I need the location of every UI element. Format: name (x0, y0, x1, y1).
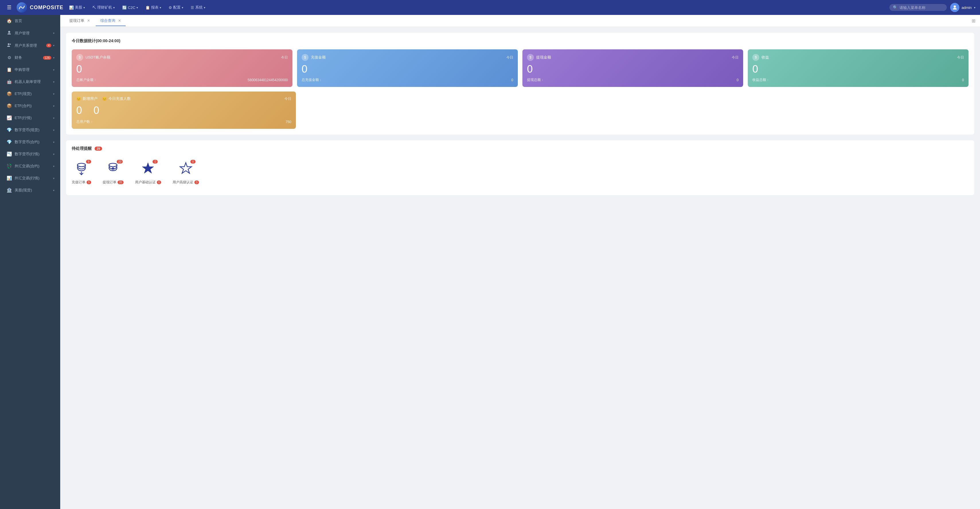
pending-item-basic-auth[interactable]: 0 用户基础认证 0 (135, 161, 161, 185)
search-input[interactable] (899, 5, 942, 10)
sidebar-chevron-8: ▾ (53, 116, 54, 120)
crypto-market-icon: 📉 (6, 152, 12, 157)
pending-item-withdraw[interactable]: 20 提现订单 20 (103, 161, 124, 185)
finance-icon: ⚙ (6, 55, 12, 60)
basic-auth-badge: 0 (153, 160, 158, 164)
nav-item-reports[interactable]: 📋 报表 ▾ (142, 3, 165, 12)
stat-card-date-withdraw: 今日 (732, 55, 738, 60)
sidebar-item-crypto-contract[interactable]: 💎 数字货币(合约) ▾ (0, 136, 60, 148)
tab-close-withdraw[interactable]: ✕ (87, 19, 90, 23)
forex-contract-icon: 💱 (6, 164, 12, 169)
stat-card-income: $ 收益 今日 0 收益总额： 0 (748, 49, 969, 87)
user-card-date: 今日 (285, 96, 291, 101)
nav-label-config: 配置 (173, 5, 181, 10)
tabs-expand-icon[interactable]: ⊞ (972, 18, 975, 23)
total-users-label: 总用户数： (76, 120, 94, 124)
sidebar-label-user-mgmt: 用户管理 (14, 31, 30, 36)
total-users-value: 750 (286, 120, 291, 124)
nav-item-config[interactable]: ⚙ 配置 ▾ (165, 3, 187, 12)
sidebar: 🏠 首页 用户管理 ▾ 用户关系管理 4 ▾ (0, 15, 60, 509)
user-icon (6, 30, 12, 36)
sidebar-item-left-11: 💎 数字货币(合约) (6, 139, 40, 145)
pending-total-badge: 29 (95, 147, 102, 151)
stat-card-title-usdt: USDT账户余额 (86, 55, 110, 60)
sidebar-chevron-11: ▾ (53, 153, 54, 156)
sidebar-item-etf-contract[interactable]: 📦 ETF(合约) ▾ (0, 100, 60, 112)
crypto-spot-icon: 💎 (6, 128, 12, 132)
recharge-count-title: 😊 今日充值人数 (102, 96, 131, 101)
nav-item-mining[interactable]: ⛏ 理财矿机 ▾ (89, 3, 118, 12)
stat-card-title-row-withdraw: $ 提现金额 (527, 54, 551, 61)
sidebar-chevron-2: ▾ (53, 44, 54, 47)
user-chevron-icon: ▾ (974, 6, 975, 9)
sidebar-chevron-9: ▾ (53, 129, 54, 132)
sidebar-item-subscription[interactable]: 📋 申购管理 ▾ (0, 64, 60, 76)
pending-title: 待处理提醒 (72, 146, 92, 151)
sidebar-item-left-14: 📊 外汇交易(行情) (6, 176, 40, 181)
nav-item-c2c[interactable]: 🔄 C2C ▾ (119, 4, 142, 11)
svg-point-3 (10, 44, 11, 45)
recharge-count-label: 今日充值人数 (108, 96, 131, 101)
us-spot-icon: 🏦 (6, 188, 12, 193)
sidebar-item-crypto-market[interactable]: 📉 数字货币(行情) ▾ (0, 148, 60, 160)
sidebar-item-etf-spot[interactable]: 📦 ETF(现货) ▾ (0, 88, 60, 100)
sidebar-item-forex-contract[interactable]: 💱 外汇交易(合约) ▾ (0, 160, 60, 172)
sidebar-label-crypto-contract: 数字货币(合约) (14, 139, 40, 145)
nav-item-system[interactable]: ☰ 系统 ▾ (187, 3, 209, 12)
stat-footer-value-recharge: 0 (511, 78, 513, 82)
svg-point-2 (8, 43, 10, 45)
tab-close-comprehensive[interactable]: ✕ (118, 19, 121, 23)
app-name: COMPOSITE (30, 5, 64, 11)
chevron-icon-6: ▾ (204, 6, 205, 9)
c2c-icon: 🔄 (122, 5, 127, 10)
content-area: 提现订单 ✕ 综合查询 ✕ ⊞ 今日数据统计(00:00-24:00) (60, 15, 980, 509)
pending-label-text-advanced-auth: 用户高级认证 (173, 180, 193, 185)
pending-item-advanced-auth[interactable]: 0 用户高级认证 0 (173, 161, 199, 185)
sidebar-item-crypto-spot[interactable]: 💎 数字货币(现货) ▾ (0, 124, 60, 136)
sidebar-item-forex-market[interactable]: 📊 外汇交易(行情) ▾ (0, 172, 60, 184)
sidebar-label-crypto-market: 数字货币(行情) (14, 152, 40, 157)
pending-label-text-recharge: 充值订单 (72, 180, 86, 185)
pending-label-badge-basic-auth: 0 (157, 180, 161, 184)
stat-card-title-withdraw: 提现金额 (536, 55, 551, 60)
chevron-icon-4: ▾ (160, 6, 161, 9)
sidebar-item-right-2: 126 ▾ (43, 56, 54, 60)
sidebar-chevron-10: ▾ (53, 140, 54, 144)
stat-card-footer-income: 收益总额： 0 (752, 77, 964, 82)
search-box[interactable]: 🔍 (889, 4, 947, 11)
user-area[interactable]: admin ▾ (950, 3, 975, 12)
nav-item-stocks[interactable]: 📊 美股 ▾ (66, 3, 88, 12)
sidebar-item-robot[interactable]: 🤖 机器人刷单管理 ▾ (0, 76, 60, 88)
stat-card-title-row-recharge: $ 充值金额 (302, 54, 326, 61)
sidebar-label-forex-market: 外汇交易(行情) (14, 176, 40, 181)
stat-card-title-row-income: $ 收益 (752, 54, 769, 61)
stats-title: 今日数据统计(00:00-24:00) (72, 38, 969, 44)
sidebar-item-user-mgmt[interactable]: 用户管理 ▾ (0, 27, 60, 39)
empty-space (296, 91, 969, 129)
pending-label-withdraw: 提现订单 20 (103, 180, 124, 185)
sidebar-item-us-spot[interactable]: 🏦 美股(现货) ▾ (0, 184, 60, 196)
relations-icon (6, 43, 12, 48)
sidebar-item-home[interactable]: 🏠 首页 (0, 15, 60, 27)
sidebar-item-finance[interactable]: ⚙ 财务 126 ▾ (0, 52, 60, 64)
stat-card-date-recharge: 今日 (506, 55, 513, 60)
stat-card-value-usdt: 0 (76, 61, 288, 77)
pending-label-recharge: 充值订单 9 (72, 180, 91, 185)
tab-comprehensive-query[interactable]: 综合查询 ✕ (96, 16, 126, 26)
pending-label-basic-auth: 用户基础认证 0 (135, 180, 161, 185)
page-content: 今日数据统计(00:00-24:00) $ USDT账户余额 今日 0 (60, 27, 980, 509)
tab-withdraw-orders[interactable]: 提现订单 ✕ (65, 16, 95, 26)
pending-icon-wrap-basic-auth: 0 (141, 161, 155, 177)
pending-item-recharge[interactable]: 9 充值订单 9 (72, 161, 91, 185)
user-avatar (950, 3, 959, 12)
svg-point-4 (77, 163, 86, 167)
sidebar-item-user-relations[interactable]: 用户关系管理 4 ▾ (0, 39, 60, 52)
sidebar-item-etf-market[interactable]: 📈 ETF(行情) ▾ (0, 112, 60, 124)
stat-footer-value-usdt: 580063448124454200000 (248, 78, 288, 82)
reports-icon: 📋 (145, 5, 150, 10)
chevron-icon-3: ▾ (137, 6, 138, 9)
stat-footer-label-recharge: 总充值金额： (302, 77, 322, 82)
hamburger-button[interactable]: ☰ (5, 3, 14, 12)
new-user-label: 新增用户 (83, 96, 97, 101)
nav-label-system: 系统 (195, 5, 203, 10)
